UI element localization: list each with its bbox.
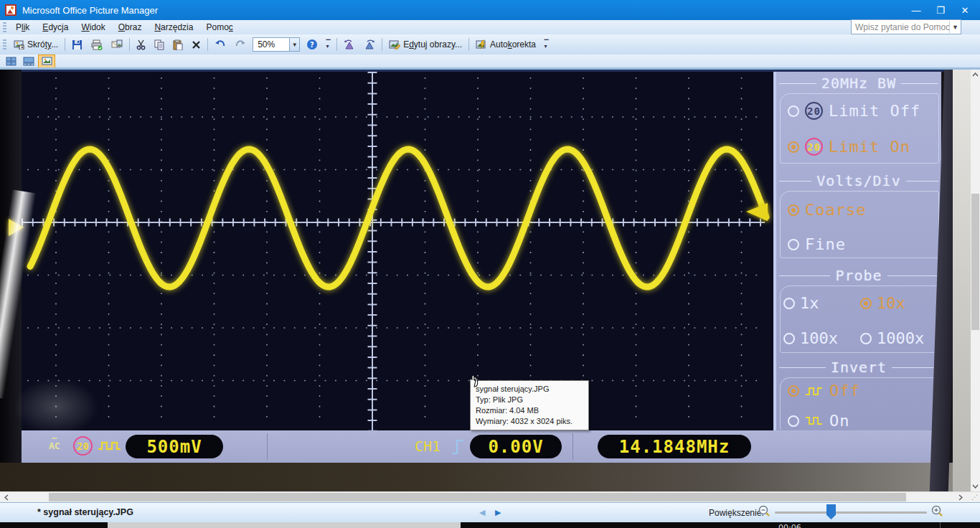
squarewave-inverted-icon <box>805 416 824 426</box>
undo-button[interactable] <box>210 37 230 52</box>
thumbnail-view-button[interactable] <box>2 55 19 68</box>
next-image-button[interactable]: ▶ <box>495 508 501 517</box>
zoom-slider-track[interactable] <box>775 512 927 514</box>
app-icon <box>5 4 17 16</box>
mail-button[interactable] <box>107 37 127 52</box>
scope-bezel-bottom <box>0 463 971 491</box>
autocorrect-lightning-icon <box>476 39 487 50</box>
toolbar-grip <box>3 22 6 32</box>
option-coarse: Coarse <box>788 201 866 219</box>
menu-narzedzia[interactable]: Narzędzia <box>148 21 199 34</box>
previous-image-button[interactable]: ◀ <box>479 508 485 517</box>
shortcuts-button[interactable]: Skróty... <box>9 37 62 52</box>
vertical-scroll-thumb[interactable] <box>971 194 979 330</box>
taskbar-sliver: 00:06 <box>0 522 980 528</box>
shortcut-picture-icon <box>14 40 24 50</box>
menu-bar: Plik Edycja Widok Obraz Narzędzia Pomoc … <box>0 20 980 34</box>
option-probe-100x: 100x <box>783 329 860 347</box>
rotate-right-icon <box>364 39 375 50</box>
autocorrect-button[interactable]: Autokorekta <box>471 37 540 52</box>
option-probe-1000x: 1000x <box>860 329 937 347</box>
radio-icon <box>788 204 799 216</box>
scroll-down-icon[interactable] <box>971 481 980 491</box>
resize-grip-icon: ⋰ <box>971 494 979 501</box>
radio-icon <box>783 298 795 309</box>
taskbar-separator <box>940 522 941 528</box>
tooltip-size: Rozmiar: 4.04 MB <box>476 405 583 416</box>
taskbar-clock: 00:06 <box>778 522 821 528</box>
menu-obraz[interactable]: Obraz <box>112 21 149 34</box>
zoom-in-icon[interactable] <box>931 505 943 518</box>
option-invert-on: On <box>788 412 850 430</box>
print-button[interactable] <box>87 37 107 52</box>
view-mode-bar <box>0 55 980 67</box>
title-bar: Microsoft Office Picture Manager — ❐ ✕ <box>0 0 980 20</box>
current-filename: * sygnał sterujący.JPG <box>37 507 133 517</box>
delete-button[interactable] <box>187 38 205 52</box>
menu-plik[interactable]: Plik <box>9 21 36 34</box>
application-window: Microsoft Office Picture Manager — ❐ ✕ P… <box>0 0 980 528</box>
help-button[interactable]: ? <box>302 37 322 52</box>
single-image-view-button[interactable] <box>38 55 55 68</box>
window-title: Microsoft Office Picture Manager <box>22 5 158 16</box>
svg-text:?: ? <box>310 41 314 49</box>
main-toolbar: Skróty... 50% ▼ ? ▔▾ <box>0 34 980 55</box>
scroll-up-icon[interactable] <box>971 70 980 80</box>
volts-per-div-readout: 500mV <box>126 435 223 458</box>
rotate-left-button[interactable] <box>339 37 359 52</box>
copy-button[interactable] <box>150 37 169 52</box>
trigger-edge-icon <box>451 436 466 456</box>
close-button[interactable]: ✕ <box>953 0 977 20</box>
radio-icon <box>788 385 799 397</box>
zoom-dropdown-icon[interactable]: ▼ <box>289 37 300 52</box>
paste-icon <box>173 39 183 50</box>
minimize-button[interactable]: — <box>904 0 928 20</box>
help-search-dropdown-icon[interactable]: ▼ <box>949 21 961 33</box>
bandwidth-20-badge-icon: 20 <box>73 436 93 456</box>
radio-icon <box>788 239 799 250</box>
menu-widok[interactable]: Widok <box>75 21 111 34</box>
help-search-input[interactable]: Wpisz pytanie do Pomocy ▼ <box>851 19 961 34</box>
option-limit-off: 20 Limit Off <box>788 102 920 120</box>
rotate-left-icon <box>344 39 355 50</box>
delete-x-icon <box>192 40 201 50</box>
radio-icon <box>783 333 795 344</box>
readout-divider <box>573 433 573 460</box>
horizontal-scrollbar[interactable]: ⋰ <box>0 491 980 502</box>
background-wall <box>953 70 971 491</box>
menu-pomoc[interactable]: Pomoc <box>199 21 239 34</box>
probe-options: 1x 10x 100x 1000x <box>783 294 937 347</box>
paste-button[interactable] <box>169 37 187 52</box>
scope-menu-panel: 20MHz BW 20 Limit Off 20 Limit On Volts/… <box>773 72 941 430</box>
toolbar-overflow-icon[interactable]: ▔▾ <box>542 37 551 52</box>
redo-button[interactable] <box>230 37 250 52</box>
menu-edycja[interactable]: Edycja <box>36 21 75 34</box>
tooltip-filename: sygnał sterujący.JPG <box>476 384 583 395</box>
horizontal-scroll-thumb[interactable] <box>49 493 906 501</box>
vertical-scrollbar[interactable] <box>971 70 980 491</box>
zoom-out-icon[interactable] <box>758 505 771 518</box>
save-icon <box>72 39 83 50</box>
help-icon: ? <box>306 39 318 50</box>
edit-images-button[interactable]: Edytuj obrazy... <box>385 37 466 52</box>
zoom-combobox[interactable]: 50% ▼ <box>253 37 300 52</box>
glare-reflection <box>13 378 99 435</box>
filmstrip-view-button[interactable] <box>20 55 37 68</box>
toolbar-overflow-icon[interactable]: ▔▾ <box>324 37 333 52</box>
ac-coupling-icon: ∼AC <box>49 434 60 450</box>
section-title-voltsdiv: Volts/Div <box>779 172 938 189</box>
cut-button[interactable] <box>132 37 150 52</box>
rotate-right-button[interactable] <box>359 37 380 52</box>
channel-label: CH1 <box>415 438 440 455</box>
scope-graticule <box>22 72 773 430</box>
radio-icon <box>860 298 872 309</box>
printer-icon <box>91 39 103 50</box>
coupling-squarewave-icon <box>98 439 122 453</box>
scroll-left-icon[interactable] <box>1 492 11 502</box>
radio-icon <box>788 141 799 153</box>
zoom-value[interactable]: 50% <box>253 37 289 52</box>
taskbar-window-button[interactable] <box>108 522 461 528</box>
save-button[interactable] <box>67 37 87 52</box>
restore-button[interactable]: ❐ <box>928 0 953 20</box>
scroll-right-icon[interactable] <box>956 492 966 502</box>
